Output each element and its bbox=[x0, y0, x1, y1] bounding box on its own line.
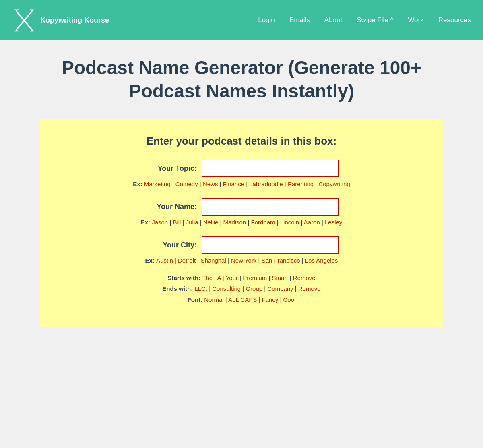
options-section: Starts with: The | A | Your | Premium | … bbox=[64, 274, 419, 303]
city-label: Your City: bbox=[144, 241, 197, 249]
generator-box: Enter your podcast details in this box: … bbox=[40, 119, 443, 327]
name-examples-row: Ex: Jason | Bill | Julia | Nellie | Madi… bbox=[64, 219, 419, 226]
topic-ex-label: Ex: bbox=[133, 180, 144, 187]
name-label: Your Name: bbox=[144, 203, 197, 211]
topic-label: Your Topic: bbox=[144, 164, 197, 173]
navbar: Kopywriting Kourse Login Emails About Sw… bbox=[0, 0, 483, 40]
box-heading: Enter your podcast details in this box: bbox=[64, 135, 419, 147]
starts-with-row: Starts with: The | A | Your | Premium | … bbox=[64, 274, 419, 281]
nav-login[interactable]: Login bbox=[258, 16, 275, 24]
svg-marker-3 bbox=[30, 9, 34, 11]
topic-row: Your Topic: bbox=[64, 160, 419, 177]
topic-input[interactable] bbox=[202, 160, 339, 177]
nav-links: Login Emails About Swipe File ^ Work Res… bbox=[258, 16, 471, 24]
font-row: Font: Normal | ALL CAPS | Fancy | Cool bbox=[64, 296, 419, 303]
page-title: Podcast Name Generator (Generate 100+ Po… bbox=[12, 56, 471, 103]
city-ex-label: Ex: bbox=[145, 257, 157, 264]
nav-work[interactable]: Work bbox=[408, 16, 423, 24]
page-wrapper: Podcast Name Generator (Generate 100+ Po… bbox=[0, 40, 483, 448]
nav-resources[interactable]: Resources bbox=[438, 16, 471, 24]
topic-examples-row: Ex: Marketing | Comedy | News | Finance … bbox=[64, 180, 419, 187]
name-ex-label: Ex: bbox=[141, 219, 152, 226]
name-input[interactable] bbox=[202, 198, 339, 216]
nav-emails[interactable]: Emails bbox=[289, 16, 310, 24]
svg-marker-4 bbox=[14, 29, 19, 31]
nav-swipefile[interactable]: Swipe File ^ bbox=[357, 16, 393, 24]
city-examples-row: Ex: Austin | Detroit | Shanghai | New Yo… bbox=[64, 257, 419, 264]
name-row: Your Name: bbox=[64, 198, 419, 216]
ends-with-row: Ends with: LLC. | Consulting | Group | C… bbox=[64, 285, 419, 292]
nav-about[interactable]: About bbox=[324, 16, 342, 24]
logo[interactable]: Kopywriting Kourse bbox=[12, 8, 109, 32]
city-input[interactable] bbox=[202, 236, 339, 254]
svg-marker-2 bbox=[14, 9, 19, 11]
font-label: Font: bbox=[188, 296, 204, 303]
city-row: Your City: bbox=[64, 236, 419, 254]
svg-marker-5 bbox=[30, 29, 34, 31]
starts-with-label: Starts with: bbox=[167, 274, 202, 281]
brand-name: Kopywriting Kourse bbox=[40, 16, 109, 25]
ends-with-label: Ends with: bbox=[162, 285, 194, 292]
